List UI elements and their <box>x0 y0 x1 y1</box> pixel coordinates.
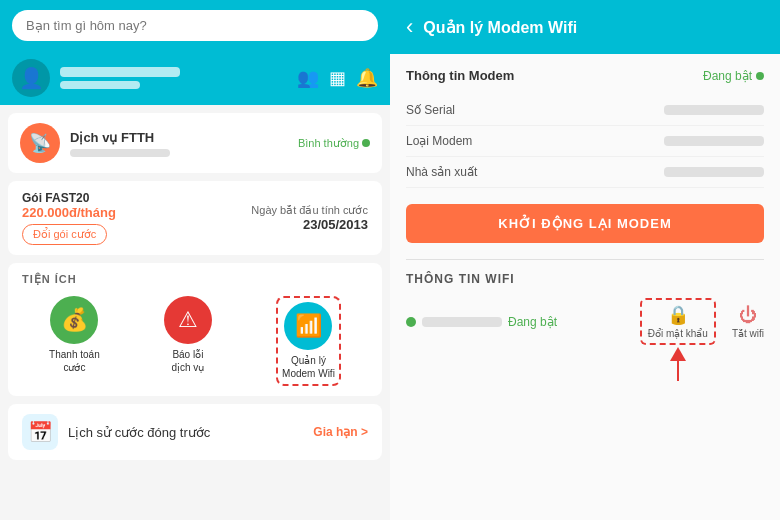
modem-type-value <box>664 136 764 146</box>
history-card: 📅 Lịch sử cước đóng trước Gia hạn > <box>8 404 382 460</box>
search-bar <box>0 0 390 51</box>
manufacturer-value <box>664 167 764 177</box>
manufacturer-label: Nhà sản xuất <box>406 165 477 179</box>
change-password-button[interactable]: 🔒 Đổi mật khẩu <box>640 298 716 345</box>
billing-left: Gói FAST20 220.000đ/tháng Đổi gói cước <box>22 191 239 245</box>
utility-payment[interactable]: 💰 Thanh toáncước <box>49 296 100 386</box>
modem-section-header: Thông tin Modem Đang bật <box>406 68 764 83</box>
arrow-annotation <box>677 361 679 381</box>
modem-type-label: Loại Modem <box>406 134 472 148</box>
billing-date: 23/05/2013 <box>251 217 368 232</box>
billing-package: Gói FAST20 <box>22 191 239 205</box>
billing-date-label: Ngày bắt đầu tính cước <box>251 204 368 217</box>
wifi-dot <box>406 317 416 327</box>
modem-status: Đang bật <box>703 69 764 83</box>
service-status: Bình thường <box>298 137 370 150</box>
power-icon: ⏻ <box>739 305 757 326</box>
wifi-status-text: Đang bật <box>508 315 557 329</box>
right-content: Thông tin Modem Đang bật Số Serial Loại … <box>390 54 780 520</box>
modem-type-row: Loại Modem <box>406 126 764 157</box>
restart-modem-button[interactable]: KHỞI ĐỘNG LẠI MODEM <box>406 204 764 243</box>
payment-label: Thanh toáncước <box>49 348 100 374</box>
billing-right: Ngày bắt đầu tính cước 23/05/2013 <box>251 204 368 232</box>
utility-modem[interactable]: 📶 Quản lýModem Wifi <box>276 296 341 386</box>
bell-icon[interactable]: 🔔 <box>356 67 378 89</box>
wifi-name-bar <box>422 317 502 327</box>
history-link[interactable]: Gia hạn > <box>313 425 368 439</box>
report-icon: ⚠ <box>164 296 212 344</box>
divider <box>406 259 764 260</box>
history-text: Lịch sử cước đóng trước <box>68 425 303 440</box>
modem-status-dot <box>756 72 764 80</box>
user-sub-bar <box>60 81 140 89</box>
utilities-title: TIỆN ÍCH <box>22 273 368 286</box>
search-input[interactable] <box>12 10 378 41</box>
wifi-section-title: THÔNG TIN WIFI <box>406 272 764 286</box>
change-package-button[interactable]: Đổi gói cước <box>22 224 107 245</box>
service-icon: 📡 <box>20 123 60 163</box>
top-bar: 👤 👥 ▦ 🔔 <box>0 51 390 105</box>
top-icons: 👥 ▦ 🔔 <box>297 67 378 89</box>
modem-label: Quản lýModem Wifi <box>282 354 335 380</box>
user-info <box>60 67 287 89</box>
serial-value <box>664 105 764 115</box>
report-label: Báo lỗidịch vụ <box>171 348 204 374</box>
wifi-actions: 🔒 Đổi mật khẩu ⏻ Tắt wifi <box>640 298 764 345</box>
utilities-card: TIỆN ÍCH 💰 Thanh toáncước ⚠ Báo lỗidịch … <box>8 263 382 396</box>
back-button[interactable]: ‹ <box>406 14 413 40</box>
user-name-bar <box>60 67 180 77</box>
utilities-grid: 💰 Thanh toáncước ⚠ Báo lỗidịch vụ 📶 Quản… <box>22 296 368 386</box>
status-dot <box>362 139 370 147</box>
service-title: Dịch vụ FTTH <box>70 130 288 145</box>
right-title: Quản lý Modem Wifi <box>423 18 577 37</box>
billing-price: 220.000đ/tháng <box>22 205 239 220</box>
utility-report[interactable]: ⚠ Báo lỗidịch vụ <box>164 296 212 386</box>
avatar: 👤 <box>12 59 50 97</box>
left-panel: 👤 👥 ▦ 🔔 📡 Dịch vụ FTTH Bình thường Gói F… <box>0 0 390 520</box>
turn-off-wifi-button[interactable]: ⏻ Tắt wifi <box>732 305 764 339</box>
qr-icon[interactable]: ▦ <box>329 67 346 89</box>
billing-card: Gói FAST20 220.000đ/tháng Đổi gói cước N… <box>8 181 382 255</box>
wifi-row: Đang bật 🔒 Đổi mật khẩu ⏻ Tắt wifi <box>406 298 764 345</box>
wifi-name-area: Đang bật <box>406 315 630 329</box>
lock-icon: 🔒 <box>667 304 689 326</box>
service-sub <box>70 149 170 157</box>
service-card: 📡 Dịch vụ FTTH Bình thường <box>8 113 382 173</box>
change-password-label: Đổi mật khẩu <box>648 328 708 339</box>
turn-off-wifi-label: Tắt wifi <box>732 328 764 339</box>
payment-icon: 💰 <box>50 296 98 344</box>
right-panel: ‹ Quản lý Modem Wifi Thông tin Modem Đan… <box>390 0 780 520</box>
group-icon[interactable]: 👥 <box>297 67 319 89</box>
modem-section-title: Thông tin Modem <box>406 68 514 83</box>
serial-label: Số Serial <box>406 103 455 117</box>
service-body: Dịch vụ FTTH <box>70 130 288 157</box>
serial-row: Số Serial <box>406 95 764 126</box>
manufacturer-row: Nhà sản xuất <box>406 157 764 188</box>
history-icon: 📅 <box>22 414 58 450</box>
modem-icon: 📶 <box>284 302 332 350</box>
right-header: ‹ Quản lý Modem Wifi <box>390 0 780 54</box>
